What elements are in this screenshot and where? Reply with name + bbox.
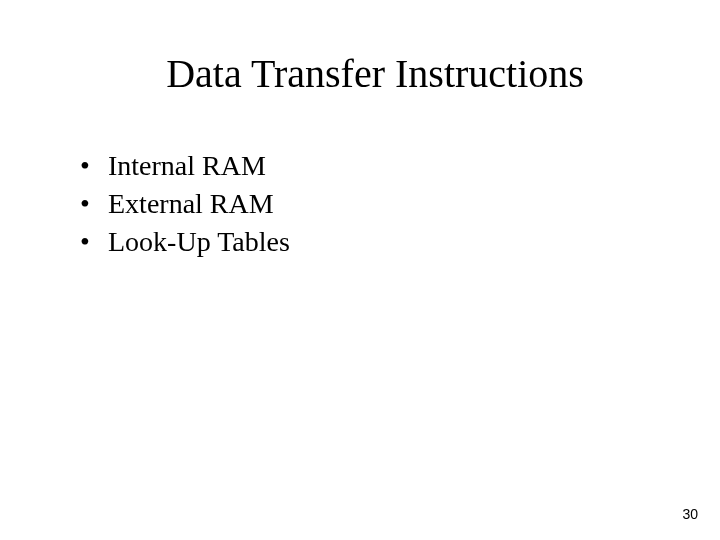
list-item: Internal RAM <box>80 147 660 185</box>
bullet-list: Internal RAM External RAM Look-Up Tables <box>60 147 660 260</box>
page-number: 30 <box>682 506 698 522</box>
list-item: Look-Up Tables <box>80 223 660 261</box>
slide-title: Data Transfer Instructions <box>90 50 660 97</box>
list-item: External RAM <box>80 185 660 223</box>
slide: Data Transfer Instructions Internal RAM … <box>0 0 720 540</box>
